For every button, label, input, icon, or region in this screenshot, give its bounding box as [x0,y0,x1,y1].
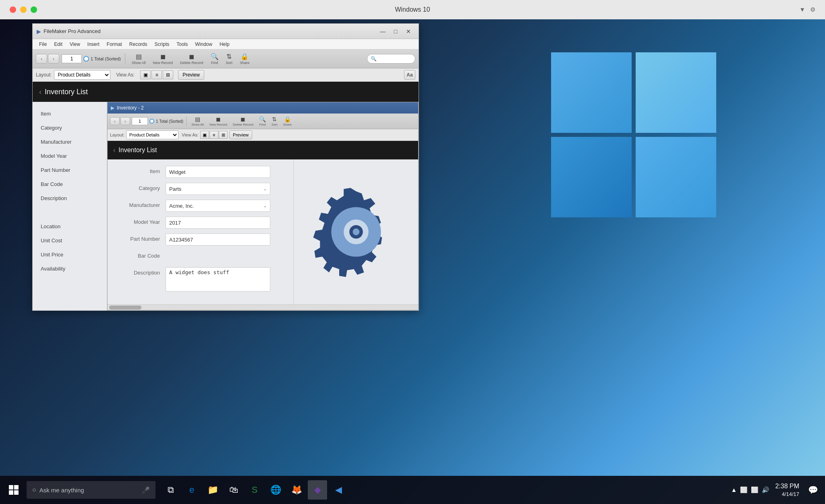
app-icon-4[interactable]: ◀ [329,480,348,500]
inner-next-button[interactable]: › [120,117,130,125]
menu-records[interactable]: Records [126,40,151,48]
sidebar-item-manufacturer[interactable]: Manufacturer [33,135,107,149]
inner-list-view[interactable]: ≡ [209,131,218,139]
search-icon: 🔍 [371,56,377,62]
inner-total: 1 Total (Sorted) [156,119,183,124]
app-close-button[interactable]: ✕ [402,27,415,36]
prev-record-button[interactable]: ‹ [36,54,47,64]
inner-preview-button[interactable]: Preview [229,130,252,139]
inner-new-record-button[interactable]: ◼ New Record [207,116,229,127]
inner-find-button[interactable]: 🔍 Find [257,116,268,127]
input-part-number[interactable]: A1234567 [166,233,270,246]
sidebar-item-part-number[interactable]: Part Number [33,163,107,177]
task-view-button[interactable]: ⧉ [161,480,180,500]
sidebar-item-description[interactable]: Description [33,191,107,205]
inner-record-input[interactable]: 1 [132,117,148,125]
delete-record-button[interactable]: ◼ Delete Record [178,52,206,66]
record-number-input[interactable]: 1 [62,54,82,63]
value-bar-code[interactable] [166,250,270,262]
inner-window: ▶ Inventory - 2 ‹ › 1 1 Total (Sorted) [107,102,419,310]
outer-back-button[interactable]: ‹ [39,88,41,96]
app-maximize-button[interactable]: □ [390,27,402,36]
select-category[interactable]: Parts [166,183,270,195]
app-icon-active[interactable]: ◆ [308,480,327,500]
inner-back-button[interactable]: ‹ [113,147,115,154]
aa-button[interactable]: Aa [404,70,415,80]
search-input[interactable] [378,56,410,62]
menu-tools[interactable]: Tools [173,40,191,48]
inner-view-buttons[interactable]: ▣ ≡ ⊞ [200,131,228,139]
sort-button[interactable]: ⇅ Sort [224,52,235,66]
form-area: Item Widget Category Parts [108,159,418,304]
select-manufacturer[interactable]: Acme, Inc. [166,200,270,212]
store-icon[interactable]: 🛍 [224,480,243,500]
inner-sort-button[interactable]: ⇅ Sort [269,116,280,127]
mac-close-button[interactable] [10,6,16,13]
app-window-controls[interactable]: — □ ✕ [377,27,415,36]
form-view-button[interactable]: ▣ [140,70,151,79]
inner-table-view[interactable]: ⊞ [219,131,228,139]
app-icon-3[interactable]: 🦊 [287,480,306,500]
inner-delete-record-button[interactable]: ◼ Delete Record [231,116,255,127]
menu-window[interactable]: Window [192,40,216,48]
list-view-button[interactable]: ≡ [151,70,162,79]
sort-label: Sort [226,61,233,65]
app-icon-1[interactable]: S [245,480,264,500]
mac-minimize-button[interactable] [20,6,27,13]
mac-maximize-button[interactable] [31,6,37,13]
input-item[interactable]: Widget [166,166,270,178]
input-bar-code [166,250,270,262]
inner-layout-select[interactable]: Product Details [126,130,178,139]
value-item[interactable]: Widget [166,166,270,178]
toolbar-nav[interactable]: ‹ › [36,54,59,64]
inner-form-view[interactable]: ▣ [200,131,209,139]
sidebar-item-model-year[interactable]: Model Year [33,149,107,163]
menu-help[interactable]: Help [216,40,233,48]
sidebar-item-unit-cost[interactable]: Unit Cost [33,233,107,248]
menu-scripts[interactable]: Scripts [151,40,173,48]
total-sorted: 1 Total (Sorted) [91,56,121,61]
start-button[interactable] [4,480,23,500]
scrollbar-h-thumb[interactable] [109,306,141,310]
show-all-button[interactable]: ▤ Show All [129,52,148,66]
preview-button[interactable]: Preview [178,70,204,80]
menu-file[interactable]: File [36,40,50,48]
inner-prev-button[interactable]: ‹ [110,117,120,125]
mac-window-controls[interactable] [10,6,37,13]
explorer-icon[interactable]: 📁 [203,480,222,500]
menu-insert[interactable]: Insert [84,40,103,48]
table-view-button[interactable]: ⊞ [163,70,173,79]
app-icon-2[interactable]: 🌐 [266,480,285,500]
horizontal-scrollbar[interactable] [108,304,418,310]
sidebar-item-unit-price[interactable]: Unit Price [33,248,107,262]
sidebar-item-location[interactable]: Location [33,219,107,233]
sidebar-item-item[interactable]: Item [33,107,107,121]
find-button[interactable]: 🔍 Find [208,52,221,66]
value-description[interactable]: A widget does stuff [166,267,270,293]
sidebar-item-bar-code[interactable]: Bar Code [33,177,107,191]
inner-nav[interactable]: ‹ › [110,117,130,125]
taskbar-search[interactable]: ○ Ask me anything 🎤 [27,481,155,499]
edge-icon[interactable]: e [182,480,201,500]
value-part-number[interactable]: A1234567 [166,233,270,246]
textarea-description[interactable]: A widget does stuff [166,267,270,291]
sidebar-item-availability[interactable]: Availability [33,262,107,276]
inner-share-button[interactable]: 🔒 Share [281,116,294,127]
menu-format[interactable]: Format [104,40,125,48]
new-record-button[interactable]: ◼ New Record [151,52,176,66]
value-manufacturer[interactable]: Acme, Inc. [166,200,270,212]
value-model-year[interactable]: 2017 [166,217,270,229]
layout-select[interactable]: Product Details [54,70,110,80]
share-button[interactable]: 🔒 Share [237,52,252,66]
app-minimize-button[interactable]: — [377,27,389,36]
menu-edit[interactable]: Edit [51,40,66,48]
input-model-year[interactable]: 2017 [166,217,270,229]
menu-view[interactable]: View [66,40,83,48]
search-box[interactable]: 🔍 [367,54,415,64]
sidebar-item-category[interactable]: Category [33,121,107,135]
next-record-button[interactable]: › [48,54,59,64]
notification-button[interactable]: 💬 [805,482,821,498]
value-category[interactable]: Parts [166,183,270,195]
inner-show-all-button[interactable]: ▤ Show All [189,116,206,127]
view-as-buttons[interactable]: ▣ ≡ ⊞ [140,70,173,79]
